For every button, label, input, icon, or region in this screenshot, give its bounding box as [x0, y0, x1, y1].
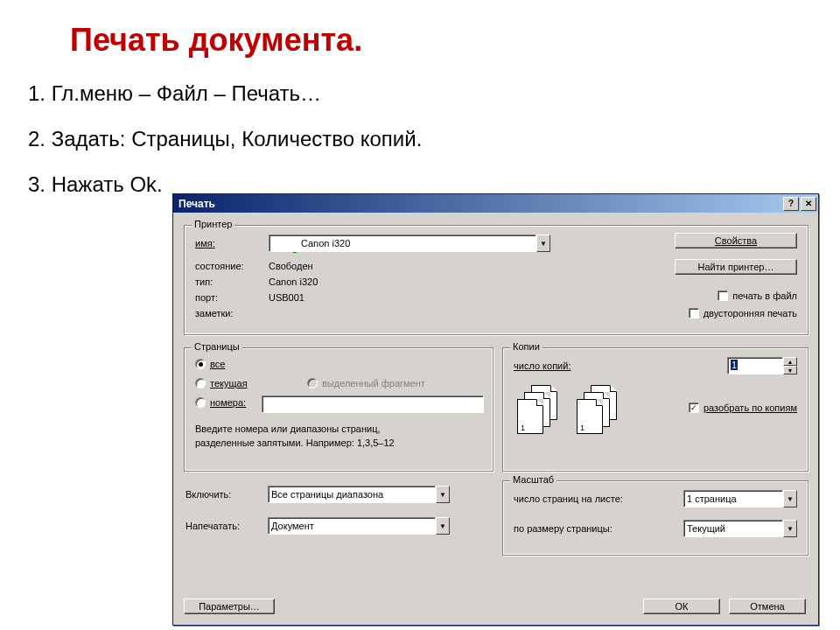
scale-group: Масштаб число страниц на листе: 1 страни… [502, 480, 808, 556]
copies-group-legend: Копии [510, 341, 542, 352]
printer-notes-label: заметки: [195, 308, 234, 318]
collate-checkbox[interactable]: ✓ разобрать по копиям [689, 402, 797, 413]
pages-per-sheet-value: 1 страница [687, 494, 737, 504]
copies-value: 1 [731, 360, 738, 370]
spinner-down-icon[interactable]: ▼ [783, 366, 797, 374]
close-button[interactable]: ✕ [801, 197, 816, 211]
checkbox-icon [689, 308, 699, 318]
printer-name-value: Canon i320 [301, 238, 350, 248]
pages-selection-label: выделенный фрагмент [322, 378, 425, 388]
printer-port-label: порт: [195, 292, 218, 303]
chevron-down-icon[interactable]: ▼ [436, 486, 450, 503]
pages-current-radio[interactable]: текущая [195, 378, 248, 388]
print-dialog: Печать ? ✕ Принтер имя: Canon i320 ▼ сос… [172, 193, 819, 626]
pages-current-label: текущая [210, 378, 248, 388]
duplex-label: двусторонняя печать [704, 308, 797, 318]
printer-type-value: Canon i320 [269, 276, 318, 287]
find-printer-button[interactable]: Найти принтер… [675, 259, 797, 275]
pages-numbers-radio[interactable]: номера: [195, 397, 246, 408]
pages-all-label: все [210, 359, 225, 369]
collate-label: разобрать по копиям [704, 402, 797, 413]
print-to-file-checkbox[interactable]: печать в файл [718, 290, 797, 301]
pages-all-radio[interactable]: все [195, 359, 225, 369]
spinner-up-icon[interactable]: ▲ [783, 357, 797, 366]
printwhat-select[interactable]: Документ ▼ [268, 517, 450, 535]
options-button[interactable]: Параметры… [184, 598, 275, 614]
printer-port-value: USB001 [269, 292, 304, 303]
copies-spinner[interactable]: 1 ▲ ▼ [727, 357, 797, 374]
chevron-down-icon[interactable]: ▼ [436, 517, 450, 535]
fit-label: по размеру страницы: [514, 523, 612, 534]
printer-type-label: тип: [195, 276, 213, 287]
pages-hint-2: разделенные запятыми. Например: 1,3,5–12 [195, 438, 395, 448]
copies-group: Копии число копий: 1 ▲ ▼ 3 2 1 3 2 1 [502, 347, 808, 472]
help-button[interactable]: ? [783, 197, 799, 211]
checkbox-icon: ✓ [689, 402, 699, 413]
pages-per-sheet-label: число страниц на листе: [514, 494, 623, 504]
checkbox-icon [718, 290, 728, 301]
step-2: 2. Задать: Страницы, Количество копий. [28, 129, 422, 150]
fit-select[interactable]: Текущий ▼ [683, 520, 797, 537]
radio-icon [195, 378, 206, 388]
duplex-checkbox[interactable]: двусторонняя печать [689, 308, 797, 318]
pages-hint-1: Введите номера или диапазоны страниц, [195, 424, 381, 434]
print-to-file-label: печать в файл [732, 290, 797, 301]
printer-group-legend: Принтер [192, 219, 234, 229]
titlebar-title: Печать [178, 198, 783, 210]
chevron-down-icon[interactable]: ▼ [536, 234, 550, 252]
pages-group-legend: Страницы [192, 341, 242, 352]
printer-status-label: состояние: [195, 261, 244, 271]
printwhat-label: Напечатать: [186, 521, 240, 531]
radio-icon [195, 359, 206, 369]
copies-count-label: число копий: [514, 360, 570, 371]
slide-heading: Печать документа. [70, 22, 362, 59]
printer-name-label: имя: [195, 238, 215, 248]
ok-button[interactable]: ОК [643, 598, 720, 614]
titlebar[interactable]: Печать ? ✕ [173, 194, 818, 213]
chevron-down-icon[interactable]: ▼ [783, 520, 797, 537]
radio-icon [307, 378, 318, 388]
step-3: 3. Нажать Ok. [28, 174, 422, 195]
pages-numbers-label: номера: [210, 397, 246, 408]
fit-value: Текущий [687, 523, 725, 534]
include-select[interactable]: Все страницы диапазона ▼ [268, 486, 450, 503]
scale-group-legend: Масштаб [510, 474, 556, 485]
pages-selection-radio: выделенный фрагмент [307, 378, 425, 388]
radio-icon [195, 397, 206, 408]
include-label: Включить: [186, 489, 231, 500]
printwhat-value: Документ [271, 521, 314, 531]
printer-group: Принтер имя: Canon i320 ▼ состояние: Сво… [184, 225, 808, 335]
cancel-button[interactable]: Отмена [729, 598, 806, 614]
dialog-body: Принтер имя: Canon i320 ▼ состояние: Сво… [173, 213, 818, 625]
properties-button[interactable]: Свойства [675, 233, 797, 248]
chevron-down-icon[interactable]: ▼ [783, 490, 797, 508]
step-1: 1. Гл.меню – Файл – Печать… [28, 83, 422, 104]
pages-group: Страницы все текущая выделенный фрагмент… [184, 347, 494, 472]
printer-status-value: Свободен [269, 261, 313, 271]
printer-name-select[interactable]: Canon i320 ▼ [269, 234, 550, 252]
include-value: Все страницы диапазона [271, 489, 383, 500]
page-numbers-input[interactable] [262, 396, 484, 413]
pages-per-sheet-select[interactable]: 1 страница ▼ [683, 490, 797, 508]
